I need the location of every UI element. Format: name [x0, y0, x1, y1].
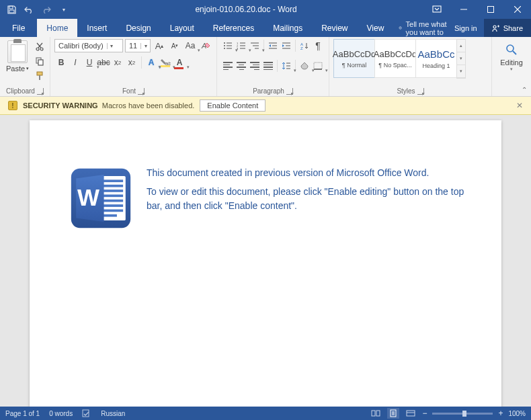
- format-painter-icon[interactable]: [34, 70, 46, 82]
- strikethrough-icon[interactable]: abc: [97, 56, 110, 69]
- tab-review[interactable]: Review: [312, 19, 357, 37]
- borders-icon[interactable]: ▾: [311, 59, 325, 73]
- italic-icon[interactable]: I: [69, 56, 82, 69]
- svg-rect-14: [38, 60, 43, 65]
- paragraph-group-label: Paragraph: [253, 87, 284, 95]
- font-dialog-launcher[interactable]: [138, 88, 145, 95]
- clear-formatting-icon[interactable]: A: [199, 39, 212, 52]
- styles-group-label: Styles: [397, 87, 415, 95]
- shrink-font-icon[interactable]: A▾: [168, 39, 181, 52]
- qat-customize-icon[interactable]: ▼: [59, 5, 69, 14]
- svg-rect-59: [102, 214, 117, 217]
- minimize-button[interactable]: [450, 0, 477, 19]
- show-hide-icon[interactable]: ¶: [311, 39, 325, 52]
- security-close-icon[interactable]: ✕: [516, 101, 523, 110]
- grow-font-icon[interactable]: A▴: [153, 39, 166, 52]
- subscript-icon[interactable]: x2: [111, 56, 124, 69]
- align-right-icon[interactable]: [248, 59, 261, 73]
- web-layout-icon[interactable]: [405, 408, 417, 419]
- tab-design[interactable]: Design: [116, 19, 160, 37]
- multilevel-list-icon[interactable]: ▾: [248, 39, 261, 52]
- style-no-spacing[interactable]: AaBbCcDd ¶ No Spac...: [374, 39, 416, 78]
- redo-icon[interactable]: [42, 5, 51, 14]
- security-warning-message: Macros have been disabled.: [102, 101, 195, 110]
- font-name-combo[interactable]: Calibri (Body)▾: [54, 39, 123, 52]
- maximize-button[interactable]: [477, 0, 504, 19]
- read-mode-icon[interactable]: [370, 408, 382, 419]
- sort-icon[interactable]: AZ: [298, 39, 311, 52]
- sign-in-link[interactable]: Sign in: [448, 19, 484, 37]
- tab-file[interactable]: File: [0, 19, 37, 37]
- paste-button[interactable]: Paste▾: [4, 39, 31, 73]
- svg-rect-2: [433, 6, 441, 12]
- shading-icon[interactable]: ▾: [298, 59, 311, 73]
- window-title: enjoin-010.06.20.doc - Word: [69, 5, 423, 14]
- styles-dialog-launcher[interactable]: [417, 88, 424, 95]
- highlight-icon[interactable]: ab▾: [159, 56, 172, 69]
- paragraph-dialog-launcher[interactable]: [286, 88, 293, 95]
- ribbon-options-icon[interactable]: [423, 0, 450, 19]
- status-language[interactable]: Russian: [101, 410, 125, 417]
- svg-point-9: [401, 28, 401, 29]
- save-icon[interactable]: [7, 5, 16, 14]
- svg-line-49: [513, 51, 516, 54]
- share-button[interactable]: Share: [484, 19, 531, 37]
- font-size-combo[interactable]: 11▾: [125, 39, 151, 52]
- warning-icon: !: [8, 101, 17, 110]
- underline-icon[interactable]: U▾: [83, 56, 96, 69]
- zoom-out-icon[interactable]: −: [422, 409, 427, 418]
- svg-point-24: [224, 48, 225, 49]
- tell-me-label: Tell me what you want to: [406, 20, 448, 36]
- svg-rect-52: [102, 179, 123, 182]
- style-name: Heading 1: [422, 62, 450, 69]
- change-case-icon[interactable]: Aa▾: [183, 39, 197, 52]
- security-warning-title: SECURITY WARNING: [23, 101, 98, 110]
- clipboard-dialog-launcher[interactable]: [37, 88, 44, 95]
- bullets-icon[interactable]: ▾: [221, 39, 235, 52]
- zoom-level[interactable]: 100%: [508, 410, 526, 417]
- undo-icon[interactable]: [24, 5, 34, 14]
- decrease-indent-icon[interactable]: [266, 39, 280, 52]
- svg-point-48: [507, 45, 514, 52]
- svg-point-22: [224, 45, 225, 46]
- font-color-icon[interactable]: A▾: [173, 56, 186, 69]
- zoom-slider[interactable]: [432, 413, 493, 415]
- editing-button[interactable]: Editing ▾: [496, 39, 527, 72]
- group-paragraph: ▾ 123▾ ▾ AZ ¶ ▾: [217, 37, 329, 96]
- style-normal[interactable]: AaBbCcDd ¶ Normal: [333, 39, 375, 78]
- bold-icon[interactable]: B: [54, 56, 68, 69]
- zoom-in-icon[interactable]: +: [498, 409, 503, 418]
- text-effects-icon[interactable]: A▾: [145, 56, 158, 69]
- tab-view[interactable]: View: [358, 19, 394, 37]
- spell-check-icon[interactable]: [82, 409, 91, 417]
- document-page: W This document created in previous vers…: [30, 120, 501, 407]
- svg-rect-56: [102, 200, 123, 202]
- tab-layout[interactable]: Layout: [161, 19, 204, 37]
- line-spacing-icon[interactable]: ▾: [280, 59, 293, 73]
- cut-icon[interactable]: [34, 40, 46, 52]
- superscript-icon[interactable]: x2: [125, 56, 138, 69]
- tab-insert[interactable]: Insert: [77, 19, 116, 37]
- tab-home[interactable]: Home: [37, 19, 77, 37]
- align-left-icon[interactable]: [221, 59, 235, 73]
- font-name-value: Calibri (Body): [55, 42, 107, 50]
- styles-gallery-control[interactable]: ▴▾▾: [456, 39, 466, 79]
- numbering-icon[interactable]: 123▾: [235, 39, 248, 52]
- print-layout-icon[interactable]: [387, 408, 399, 419]
- close-button[interactable]: [504, 0, 531, 19]
- increase-indent-icon[interactable]: [280, 39, 293, 52]
- justify-icon[interactable]: [261, 59, 275, 73]
- status-words[interactable]: 0 words: [49, 410, 73, 417]
- svg-rect-19: [161, 65, 170, 67]
- tab-mailings[interactable]: Mailings: [263, 19, 312, 37]
- style-heading-1[interactable]: AaBbCc Heading 1: [415, 39, 457, 78]
- collapse-ribbon-icon[interactable]: ⌃: [522, 86, 527, 93]
- copy-icon[interactable]: [34, 55, 46, 67]
- document-area[interactable]: W This document created in previous vers…: [0, 115, 531, 407]
- tell-me-search[interactable]: Tell me what you want to: [393, 19, 448, 37]
- align-center-icon[interactable]: [235, 59, 248, 73]
- status-page[interactable]: Page 1 of 1: [5, 410, 40, 417]
- enable-content-button[interactable]: Enable Content: [200, 99, 266, 112]
- svg-rect-63: [376, 411, 380, 416]
- tab-references[interactable]: References: [204, 19, 263, 37]
